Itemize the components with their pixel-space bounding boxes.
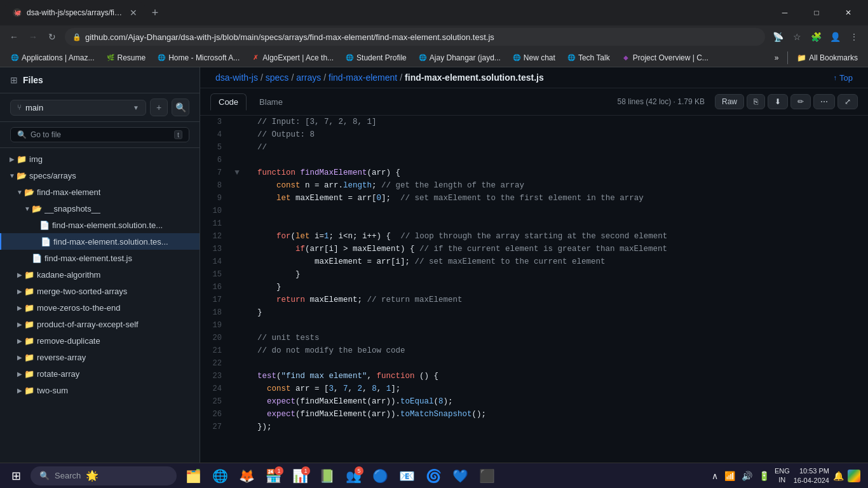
bookmark-algoexpert[interactable]: ✗ AlgoExpert | Ace th... (246, 51, 339, 64)
tree-item-rotate[interactable]: ▶ 📁 rotate-array (0, 365, 200, 382)
reload-button[interactable]: ↻ (43, 28, 61, 46)
edit-button[interactable]: ✏ (790, 94, 811, 109)
tab-favicon: 🐙 (13, 8, 22, 17)
expand-button[interactable]: ⤢ (837, 94, 858, 109)
taskbar-app-files[interactable]: 🗂️ (180, 464, 206, 488)
bookmark-project[interactable]: ◆ Project Overview | C... (616, 51, 714, 64)
tree-item-specs-arrays[interactable]: ▼ 📂 specs/arrays (0, 167, 200, 184)
line-content: expect(findMaxElement(arr)).toMatchSnaps… (242, 408, 868, 421)
tree-item-find-max-element[interactable]: ▼ 📂 find-max-element (0, 184, 200, 200)
branch-selector[interactable]: ⑂ main ▼ (10, 100, 146, 116)
volume-icon[interactable]: 🔊 (740, 470, 754, 482)
minimize-button[interactable]: ─ (770, 3, 799, 22)
tree-item-merge-two[interactable]: ▶ 📁 merge-two-sorted-arrays (0, 283, 200, 299)
bookmark-apps[interactable]: 🌐 Applications | Amaz... (5, 51, 100, 64)
battery-icon[interactable]: 🔋 (757, 470, 771, 482)
bookmark-resume-label: Resume (118, 53, 146, 62)
breadcrumb-specs-link[interactable]: specs (266, 72, 289, 83)
taskbar-app-browser2[interactable]: 🌀 (421, 464, 446, 488)
tree-item-solution-file[interactable]: 📄 find-max-element.solution.te... (0, 217, 200, 233)
back-button[interactable]: ← (5, 28, 23, 46)
top-label: Top (839, 73, 853, 83)
breadcrumb-arrays-link[interactable]: arrays (296, 72, 321, 83)
tree-item-product[interactable]: ▶ 📁 product-of-array-except-self (0, 316, 200, 332)
url-input-wrap[interactable]: 🔒 github.com/Ajay-Dhangar/dsa-with-js/bl… (65, 28, 765, 46)
tree-item-reverse[interactable]: ▶ 📁 reverse-array (0, 349, 200, 365)
tree-item-img[interactable]: ▶ 📁 img (0, 151, 200, 167)
collapse-toggle (232, 319, 242, 332)
notification-icon[interactable]: 🔔 (833, 471, 844, 481)
taskbar-app-office[interactable]: 📊 1 (287, 464, 313, 488)
tree-item-remove-dup[interactable]: ▶ 📁 remove-duplicate (0, 332, 200, 349)
bookmark-project-icon: ◆ (621, 53, 630, 62)
bookmark-ajay[interactable]: 🌐 Ajay Dhangar (jayd... (413, 51, 506, 64)
url-display: github.com/Ajay-Dhangar/dsa-with-js/blob… (85, 32, 757, 42)
tree-item-move-zeros[interactable]: ▶ 📁 move-zeros-to-the-end (0, 299, 200, 316)
extensions-button[interactable]: 🧩 (807, 28, 825, 46)
breadcrumb-find-max-link[interactable]: find-max-element (329, 72, 397, 83)
folder-icon-6: 📁 (24, 336, 34, 346)
add-file-button[interactable]: + (150, 98, 168, 116)
bookmark-star[interactable]: ☆ (788, 28, 806, 46)
taskbar-app-teams[interactable]: 👥 5 (341, 464, 366, 488)
bookmark-more[interactable]: » (770, 51, 784, 64)
active-tab[interactable]: 🐙 dsa-with-js/specs/arrays/find-m ✕ (5, 2, 145, 24)
bookmark-techtalk[interactable]: 🌐 Tech Talk (562, 51, 615, 64)
taskbar-app-vscode[interactable]: 💙 (447, 464, 473, 488)
taskbar-app-opera[interactable]: 🔵 (367, 464, 393, 488)
table-row: 3// Input: [3, 7, 2, 8, 1] (200, 116, 868, 128)
taskbar-app-mail[interactable]: 📧 (394, 464, 419, 488)
maximize-button[interactable]: □ (802, 3, 831, 22)
bookmark-home[interactable]: 🌐 Home - Microsoft A... (152, 51, 245, 64)
browser2-icon: 🌀 (426, 468, 442, 484)
profile-button[interactable]: 👤 (826, 28, 844, 46)
tree-item-snapshots[interactable]: ▼ 📂 __snapshots__ (0, 200, 200, 217)
tab-code[interactable]: Code (210, 93, 247, 111)
folder-open-icon-2: 📂 (24, 187, 34, 197)
go-to-file-input[interactable]: 🔍 Go to file t (10, 127, 189, 142)
taskbar-app-excel[interactable]: 📗 (314, 464, 339, 488)
bookmark-resume[interactable]: 🌿 Resume (101, 51, 151, 64)
menu-button[interactable]: ⋮ (845, 28, 863, 46)
breadcrumb-repo-link[interactable]: dsa-with-js (215, 72, 258, 83)
network-icon[interactable]: 📶 (723, 470, 736, 482)
breadcrumb-current: find-max-element.solution.test.js (405, 72, 544, 83)
tree-item-solution-test[interactable]: 📄 find-max-element.solution.tes... (0, 233, 200, 250)
bookmark-newchat[interactable]: 🌐 New chat (507, 51, 560, 64)
bookmark-allbookmarks[interactable]: 📁 All Bookmarks (792, 51, 863, 64)
forward-button[interactable]: → (24, 28, 42, 46)
collapse-toggle (232, 332, 242, 344)
line-number: 15 (200, 268, 232, 281)
tree-item-test[interactable]: 📄 find-max-element.test.js (0, 250, 200, 266)
tree-item-kadane[interactable]: ▶ 📁 kadane-algorithm (0, 266, 200, 283)
taskbar-app-store[interactable]: 🏪 1 (261, 464, 286, 488)
taskbar-app-edge[interactable]: 🌐 (207, 464, 233, 488)
up-arrow-icon[interactable]: ∧ (710, 470, 719, 482)
taskbar-app-terminal[interactable]: ⬛ (474, 464, 499, 488)
clock[interactable]: 10:53 PM 16-04-2024 (794, 466, 829, 485)
close-button[interactable]: ✕ (834, 3, 863, 22)
chevron-right-icon: ▶ (8, 156, 17, 163)
bookmark-student[interactable]: 🌐 Student Profile (340, 51, 412, 64)
tab-blame[interactable]: Blame (252, 94, 290, 110)
table-row: 11 (200, 217, 868, 230)
collapse-toggle[interactable]: ▼ (232, 166, 242, 179)
sidebar-header: ⊞ Files (0, 67, 200, 93)
taskbar-search[interactable]: 🔍 Search 🌟 (31, 466, 177, 485)
new-tab-button[interactable]: + (147, 5, 163, 20)
cast-button[interactable]: 📡 (769, 28, 787, 46)
copy-raw-button[interactable]: ⎘ (747, 94, 765, 109)
top-link[interactable]: ↑ Top (834, 73, 853, 83)
windows-icon: ⊞ (11, 469, 21, 483)
edge-icon: 🌐 (212, 468, 228, 484)
tab-close[interactable]: ✕ (130, 8, 137, 18)
line-number: 26 (200, 408, 232, 421)
search-icon-btn[interactable]: 🔍 (172, 98, 189, 116)
start-button[interactable]: ⊞ (3, 464, 29, 488)
tree-item-two-sum[interactable]: ▶ 📁 two-sum (0, 382, 200, 398)
raw-button[interactable]: Raw (715, 94, 744, 109)
taskbar-app-firefox[interactable]: 🦊 (234, 464, 259, 488)
folder-icon-8: 📁 (24, 369, 34, 379)
download-button[interactable]: ⬇ (768, 94, 788, 109)
more-button[interactable]: ⋯ (813, 94, 835, 109)
